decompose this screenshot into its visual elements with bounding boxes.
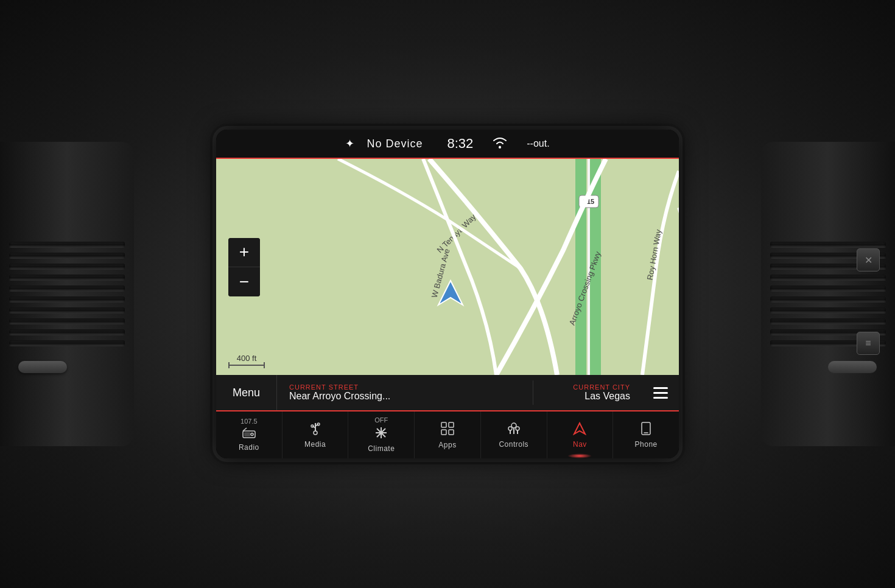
usb-icon: ✦ (345, 137, 354, 150)
zoom-out-button[interactable]: − (228, 267, 260, 296)
status-time: 8:32 (447, 136, 473, 152)
phone-icon (641, 422, 651, 438)
nav-info-bar: Menu Current Street Near Arroyo Crossing… (216, 375, 679, 411)
hamburger-line (653, 392, 668, 394)
scale-bar (228, 365, 265, 366)
hamburger-menu-button[interactable] (642, 375, 679, 410)
nav-glow (567, 453, 592, 458)
vent-slot (770, 275, 886, 281)
vent-slot (770, 242, 886, 248)
left-vent (0, 142, 134, 446)
right-button-1[interactable]: ✕ (857, 248, 880, 271)
vent-slot (9, 296, 125, 303)
vent-slot (770, 285, 886, 292)
vent-handle-right[interactable] (828, 361, 877, 373)
svg-rect-14 (244, 432, 250, 436)
controls-icon (507, 422, 521, 438)
no-device-label: No Device (367, 138, 423, 150)
svg-rect-29 (449, 422, 454, 427)
nav-item-radio[interactable]: 107.5 Radio (216, 411, 283, 458)
apps-icon (440, 421, 455, 438)
media-label: Media (304, 440, 326, 449)
right-button-2[interactable]: ≡ (857, 332, 880, 355)
map-area[interactable]: 215 N Tenaya Way W Badura Ave Arroyo Cro… (216, 159, 679, 375)
vent-slot (9, 329, 125, 335)
phone-label: Phone (635, 440, 658, 449)
infotainment-screen: ✦ No Device 8:32 --out. (216, 130, 679, 458)
vent-slot (9, 253, 125, 259)
apps-label: Apps (438, 441, 456, 449)
climate-label: Climate (368, 444, 395, 453)
vent-slot (9, 242, 125, 248)
current-street-info: Current Street Near Arroyo Crossing... (277, 380, 533, 405)
vent-slot (770, 296, 886, 303)
climate-icon (374, 426, 388, 442)
svg-point-27 (379, 431, 383, 435)
bottom-nav-bar: 107.5 Radio (216, 411, 679, 458)
svg-marker-38 (574, 423, 585, 434)
svg-point-32 (511, 423, 516, 428)
svg-rect-2 (575, 159, 586, 375)
svg-point-15 (251, 433, 253, 435)
status-out: --out. (527, 138, 549, 149)
vent-slot (9, 318, 125, 324)
hamburger-icon (653, 387, 668, 399)
scale-indicator: 400 ft (228, 354, 265, 366)
vent-handle-left[interactable] (18, 361, 67, 373)
svg-point-0 (499, 146, 501, 149)
hamburger-line (653, 387, 668, 389)
scale-label: 400 ft (237, 354, 257, 363)
radio-icon (242, 427, 256, 441)
status-bar: ✦ No Device 8:32 --out. (216, 130, 679, 159)
right-vent: ✕ ≡ (761, 142, 895, 446)
hamburger-line (653, 397, 668, 399)
vent-slot (770, 307, 886, 313)
current-street-value: Near Arroyo Crossing... (289, 391, 521, 402)
vent-slot (9, 275, 125, 281)
nav-icon (573, 422, 586, 438)
usb-media-icon (310, 422, 321, 438)
vent-slot (9, 264, 125, 270)
nav-item-controls[interactable]: Controls (481, 411, 547, 458)
climate-sublabel: OFF (374, 416, 388, 424)
vent-slot (9, 285, 125, 292)
vent-slot (9, 340, 125, 346)
current-city-value: Las Vegas (584, 391, 630, 402)
current-city-info: Current City Las Vegas (533, 380, 642, 405)
nav-item-media[interactable]: Media (283, 411, 349, 458)
nav-label: Nav (573, 440, 587, 449)
nav-item-apps[interactable]: Apps (415, 411, 481, 458)
vent-slot (770, 318, 886, 324)
zoom-controls[interactable]: + − (228, 238, 260, 296)
radio-sublabel: 107.5 (240, 418, 258, 425)
nav-item-nav[interactable]: Nav (547, 411, 614, 458)
svg-rect-31 (449, 430, 454, 435)
nav-item-climate[interactable]: OFF Climate (348, 411, 415, 458)
svg-rect-28 (441, 422, 446, 427)
wifi-icon (491, 136, 508, 152)
car-panel: ✕ ≡ ✦ No Device 8:32 --out. (0, 0, 895, 588)
svg-rect-30 (441, 430, 446, 435)
svg-rect-1 (216, 159, 679, 375)
nav-item-phone[interactable]: Phone (613, 411, 679, 458)
vent-slot (9, 307, 125, 313)
controls-label: Controls (499, 440, 528, 449)
current-street-label: Current Street (289, 383, 521, 391)
svg-point-35 (508, 427, 512, 430)
menu-button[interactable]: Menu (216, 375, 277, 410)
current-city-label: Current City (573, 383, 630, 391)
zoom-in-button[interactable]: + (228, 238, 260, 267)
radio-label: Radio (239, 443, 259, 452)
svg-point-37 (516, 427, 519, 430)
